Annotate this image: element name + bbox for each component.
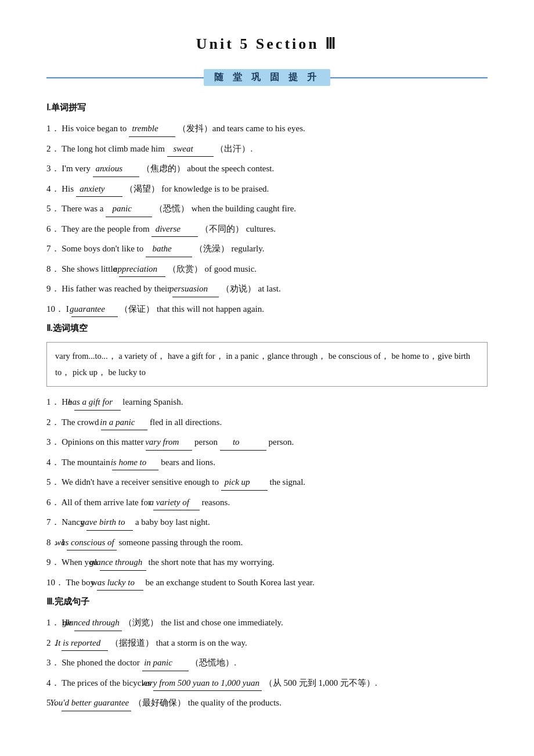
item-blank: tremble	[129, 121, 175, 137]
banner-text: 随 堂 巩 固 提 升	[204, 69, 330, 86]
list-item: 2． The crowd in a panic fled in all dire…	[46, 415, 488, 431]
item-num: 1．	[46, 124, 60, 133]
item-before: His voice began to	[62, 124, 127, 133]
item-blank: glanced through	[74, 615, 122, 631]
item-before: All of them arrive late for	[61, 498, 151, 507]
item-num: 10．	[46, 304, 64, 314]
item-num: 1．	[46, 618, 60, 627]
item-before: The long hot climb made him	[62, 144, 165, 153]
section-3-heading: Ⅲ.完成句子	[46, 596, 488, 607]
item-after: （最好确保） the quality of the products.	[134, 698, 282, 707]
item-blank: in panic	[142, 656, 189, 671]
item-before: The boy	[66, 578, 95, 587]
list-item: 3． Opinions on this matter vary from per…	[46, 435, 488, 451]
list-item: 1． His voice began to tremble （发抖）and te…	[46, 121, 488, 137]
item-after: the short note that has my worrying.	[149, 557, 275, 567]
list-item: 2． It is reported （据报道） that a storm is …	[46, 636, 488, 651]
list-item: 2． The long hot climb made him sweat （出汗…	[46, 142, 488, 157]
item-blank: appreciation	[119, 262, 165, 278]
item-after2: person.	[269, 437, 294, 447]
item-after: be an exchange student to South Korea la…	[146, 578, 315, 587]
item-after: （从 500 元到 1,000 元不等）.	[264, 678, 377, 687]
item-blank: vary from 500 yuan to 1,000 yuan	[153, 676, 262, 692]
list-item: 7． Nancy gave birth to a baby boy last n…	[46, 515, 488, 531]
list-item: 10． I guarantee （保证） that this will not …	[46, 302, 488, 318]
section-banner: 随 堂 巩 固 提 升	[46, 69, 488, 86]
item-after: （发抖）and tears came to his eyes.	[178, 124, 305, 133]
item-blank: bathe	[146, 242, 192, 257]
list-item: 1． He has a gift for learning Spanish.	[46, 395, 488, 411]
item-blank: vary from	[146, 435, 192, 451]
list-item: 5． There was a panic （恐慌） when the build…	[46, 201, 488, 217]
item-blank: pick up	[221, 475, 268, 491]
item-before: There was a	[62, 204, 103, 213]
item-num: 4．	[46, 678, 60, 687]
item-before: The prices of the bicycles	[62, 678, 151, 687]
banner-line-left	[46, 77, 204, 78]
list-item: 1． He glanced through （浏览） the list and …	[46, 615, 488, 631]
list-item: 6． They are the people from diverse （不同的…	[46, 222, 488, 237]
list-item: 6． All of them arrive late for a variety…	[46, 495, 488, 511]
list-item: 5． We didn't have a receiver sensitive e…	[46, 475, 488, 491]
item-blank: was lucky to	[97, 575, 143, 591]
item-after: （恐慌地）.	[190, 658, 236, 667]
item-blank: gave birth to	[86, 515, 133, 531]
item-blank: has a gift for	[74, 395, 121, 411]
item-before: His father was reached by their	[62, 284, 170, 293]
item-before: Opinions on this matter	[62, 437, 143, 447]
list-item: 4． The prices of the bicycles vary from …	[46, 676, 488, 692]
item-num: 3．	[46, 164, 60, 173]
item-after: someone passing through the room.	[118, 538, 243, 547]
item-after: learning Spanish.	[122, 397, 183, 406]
section-1: Ⅰ.单词拼写 1． His voice began to tremble （发抖…	[46, 102, 488, 317]
item-before: They are the people from	[62, 224, 150, 233]
item-before: Some boys don't like to	[62, 244, 143, 253]
vocab-box: vary from...to...， a variety of， have a …	[46, 342, 488, 387]
item-num: 7．	[46, 517, 60, 527]
list-item: 4． His anxiety （渴望） for knowledge is to …	[46, 182, 488, 197]
item-blank: in a panic	[101, 415, 147, 431]
item-blank: glance through	[100, 555, 146, 571]
list-item: 3． She phoned the doctor in panic （恐慌地）.	[46, 656, 488, 671]
item-blank: a variety of	[153, 495, 200, 511]
item-after: person	[194, 437, 220, 447]
list-item: 10． The boy was lucky to be an exchange …	[46, 575, 488, 591]
item-after: （出汗）.	[215, 144, 252, 153]
section-2: Ⅱ.选词填空 vary from...to...， a variety of， …	[46, 323, 488, 591]
item-after: （劝说） at last.	[221, 284, 281, 293]
item-after: fled in all directions.	[150, 417, 222, 427]
item-blank: sweat	[167, 142, 214, 157]
list-item: 5． You'd better guarantee （最好确保） the qua…	[46, 696, 488, 711]
item-after: （浏览） the list and chose one immediately.	[124, 618, 283, 627]
item-blank: anxiety	[76, 182, 122, 197]
list-item: 4． The mountain is home to bears and lio…	[46, 455, 488, 471]
item-blank: was conscious of	[67, 535, 117, 551]
section-1-list: 1． His voice began to tremble （发抖）and te…	[46, 121, 488, 317]
item-after: （洗澡） regularly.	[194, 244, 265, 253]
item-num: 9．	[46, 284, 60, 293]
item-num: 4．	[46, 184, 60, 193]
item-num: 2．	[46, 417, 60, 427]
item-after: （欣赏） of good music.	[168, 264, 257, 273]
item-after: （保证） that this will not happen again.	[120, 304, 264, 314]
item-num: 5．	[46, 477, 60, 487]
item-after: （不同的） cultures.	[200, 224, 276, 233]
item-num: 8．	[46, 264, 60, 273]
section-3-list: 1． He glanced through （浏览） the list and …	[46, 615, 488, 711]
section-2-list: 1． He has a gift for learning Spanish. 2…	[46, 395, 488, 591]
item-num: 1．	[46, 397, 60, 406]
banner-line-right	[330, 77, 488, 78]
item-num: 6．	[46, 224, 60, 233]
list-item: 3． I'm very anxious （焦虑的） about the spee…	[46, 161, 488, 177]
item-after: reasons.	[201, 498, 230, 507]
item-num: 4．	[46, 458, 60, 467]
item-num: 10．	[46, 578, 64, 587]
item-before: She phoned the doctor	[62, 658, 140, 667]
item-after: （恐慌） when the building caught fire.	[154, 204, 296, 213]
item-after: （焦虑的） about the speech contest.	[142, 164, 275, 173]
list-item: 8． She shows little appreciation （欣赏） of…	[46, 262, 488, 278]
item-before: The mountain	[62, 458, 110, 467]
list-item: 9． His father was reached by their persu…	[46, 282, 488, 297]
item-blank: You'd better guarantee	[62, 696, 131, 711]
item-blank: diverse	[151, 222, 198, 237]
